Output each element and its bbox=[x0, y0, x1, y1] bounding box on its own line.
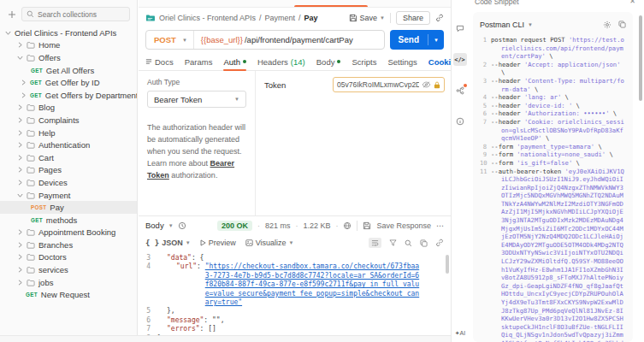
share-button[interactable]: Share bbox=[396, 11, 430, 25]
send-button[interactable]: Send ▼ bbox=[390, 30, 444, 50]
new-collection-button[interactable] bbox=[8, 10, 16, 19]
auth-type-select[interactable]: Bearer Token▼ bbox=[147, 91, 246, 108]
wrap-lines-icon[interactable] bbox=[369, 238, 381, 248]
chevron-right-icon[interactable] bbox=[21, 92, 27, 98]
chevron-right-icon[interactable] bbox=[17, 155, 23, 161]
related-requests-button[interactable] bbox=[453, 84, 467, 97]
chevron-right-icon[interactable] bbox=[17, 117, 23, 123]
chevron-right-icon[interactable] bbox=[17, 267, 23, 273]
method-caret[interactable]: ▼ bbox=[182, 38, 187, 43]
tab-auth[interactable]: Auth bbox=[223, 53, 246, 70]
checkout-url-link[interactable]: "https://checkout-sandbox.tamara.co/chec… bbox=[205, 262, 421, 307]
code-snippet-button[interactable]: </> bbox=[453, 53, 467, 66]
sidebar-item-pages[interactable]: Pages bbox=[0, 164, 137, 177]
save-dropdown-caret[interactable]: ▼ bbox=[380, 15, 385, 21]
response-body-caret[interactable]: ▼ bbox=[168, 223, 174, 228]
sidebar-item-new-request[interactable]: GETNew Request bbox=[0, 288, 137, 301]
chevron-right-icon[interactable] bbox=[17, 254, 23, 260]
tab-headers[interactable]: Headers(14) bbox=[257, 53, 305, 70]
sidebar-item-blog[interactable]: Blog bbox=[0, 102, 137, 115]
breadcrumb-segment[interactable]: Payment bbox=[265, 14, 296, 22]
token-input[interactable]: 05v76IkRoIMLxmwCvp2Dc-w bbox=[333, 77, 445, 92]
sidebar-item-offers[interactable]: Offers bbox=[0, 51, 137, 64]
filter-icon[interactable] bbox=[389, 239, 397, 246]
chevron-down-icon[interactable] bbox=[17, 192, 23, 198]
save-response-button[interactable]: Save Response bbox=[376, 221, 431, 230]
ai-assistant-button[interactable]: ✦AI bbox=[452, 330, 469, 337]
network-info-icon[interactable] bbox=[343, 221, 352, 230]
sidebar-item-complaints[interactable]: Complaints bbox=[0, 114, 137, 127]
tab-scripts[interactable]: Scripts bbox=[352, 53, 376, 70]
close-panel-icon[interactable]: ✕ bbox=[629, 0, 635, 5]
sidebar-item-payment[interactable]: Payment bbox=[0, 189, 137, 202]
tab-params[interactable]: Params bbox=[185, 53, 213, 70]
response-link-icon[interactable] bbox=[435, 239, 444, 247]
sidebar-item-get-all-offers[interactable]: GETGet All Offers bbox=[0, 64, 137, 77]
info-button[interactable] bbox=[453, 115, 467, 127]
sidebar-item-branches[interactable]: Branches bbox=[0, 239, 137, 251]
response-json-viewer[interactable]: 3"data": {4"url": "https://checkout-sand… bbox=[139, 251, 451, 342]
tab-docs[interactable]: Docs bbox=[145, 53, 174, 70]
sidebar-item-methods[interactable]: GETmethods bbox=[0, 214, 137, 227]
chevron-right-icon[interactable] bbox=[17, 280, 23, 286]
breadcrumb-segment[interactable]: Oriel Clinics - Frontend APIs bbox=[159, 14, 256, 22]
snippet-settings-icon[interactable] bbox=[603, 21, 612, 29]
search-collections-box[interactable] bbox=[21, 7, 130, 21]
sidebar-item-oriel-clinics-frontend-apis[interactable]: Oriel Clinics - Frontend APIs bbox=[0, 27, 137, 39]
response-more-icon[interactable]: ⋯ bbox=[436, 221, 444, 230]
sidebar-item-home[interactable]: Home bbox=[0, 39, 137, 52]
sidebar-item-pay[interactable]: POSTPay bbox=[0, 201, 137, 214]
snippet-copy-icon[interactable] bbox=[618, 21, 626, 29]
sidebar-item-get-offer-by-id[interactable]: GETGet Offer by ID bbox=[0, 76, 137, 89]
sidebar-item-appointment-booking[interactable]: Appointment Booking bbox=[0, 227, 137, 239]
chevron-right-icon[interactable] bbox=[17, 104, 23, 110]
chevron-down-icon[interactable] bbox=[5, 30, 11, 36]
chevron-right-icon[interactable] bbox=[17, 130, 23, 136]
chevron-right-icon[interactable] bbox=[17, 242, 23, 248]
tab-count: (14) bbox=[291, 57, 305, 67]
json-line: 6"message": "", bbox=[139, 316, 451, 325]
breadcrumb-segment[interactable]: Pay bbox=[304, 14, 318, 22]
secret-lock-icon[interactable] bbox=[434, 81, 440, 89]
folder-icon bbox=[27, 241, 35, 249]
response-format-select[interactable]: { }JSON▼ bbox=[145, 239, 191, 247]
sidebar-item-help[interactable]: Help bbox=[0, 127, 137, 139]
snippet-scrollbar[interactable] bbox=[639, 15, 642, 101]
search-input[interactable] bbox=[38, 10, 125, 19]
docs-icon bbox=[145, 58, 152, 65]
comments-button[interactable] bbox=[453, 22, 467, 35]
sidebar-item-jobs[interactable]: jobs bbox=[0, 276, 137, 289]
chevron-right-icon[interactable] bbox=[17, 167, 23, 173]
sidebar-item-authentication[interactable]: Authentication bbox=[0, 139, 137, 151]
chevron-right-icon[interactable] bbox=[17, 42, 23, 48]
send-dropdown-caret[interactable]: ▼ bbox=[428, 38, 444, 43]
save-button[interactable]: Save ▼ bbox=[349, 14, 385, 22]
snippet-language-select[interactable]: Postman CLI▼ bbox=[480, 21, 533, 29]
url-input[interactable]: {{base_url}} /api/frontend/payment/cartP… bbox=[193, 31, 353, 49]
preview-button[interactable]: Preview bbox=[200, 239, 236, 247]
response-history-icon[interactable] bbox=[178, 221, 186, 230]
chevron-right-icon[interactable] bbox=[17, 180, 23, 186]
chevron-right-icon[interactable] bbox=[17, 229, 23, 235]
sidebar-item-doctors[interactable]: Doctors bbox=[0, 251, 137, 264]
response-scrollbar[interactable] bbox=[446, 255, 449, 274]
search-response-icon[interactable] bbox=[405, 239, 412, 247]
sidebar-item-cart[interactable]: Cart bbox=[0, 151, 137, 164]
chevron-right-icon[interactable] bbox=[17, 142, 23, 148]
copy-link-icon[interactable] bbox=[435, 14, 444, 22]
chevron-down-icon[interactable] bbox=[17, 55, 23, 61]
sidebar-item-services[interactable]: services bbox=[0, 263, 137, 276]
sidebar-item-get-offers-by-department[interactable]: GETGet Offers by Department bbox=[0, 89, 137, 102]
copy-response-icon[interactable] bbox=[420, 239, 428, 247]
tab-settings[interactable]: Settings bbox=[387, 53, 417, 70]
method-badge: GET bbox=[31, 68, 43, 74]
chevron-right-icon[interactable] bbox=[21, 80, 27, 86]
method-selector[interactable]: POST bbox=[146, 35, 182, 44]
visualize-button[interactable]: Visualize▼ bbox=[245, 239, 294, 247]
response-body-selector[interactable]: Body bbox=[145, 221, 164, 230]
tab-body[interactable]: Body bbox=[316, 53, 341, 70]
snippet-code[interactable]: 1postman request POST 'https://test.orie… bbox=[480, 36, 626, 342]
workspace-tab-strip[interactable] bbox=[139, 0, 451, 8]
hide-token-icon[interactable] bbox=[422, 81, 431, 88]
sidebar-item-devices[interactable]: Devices bbox=[0, 176, 137, 189]
